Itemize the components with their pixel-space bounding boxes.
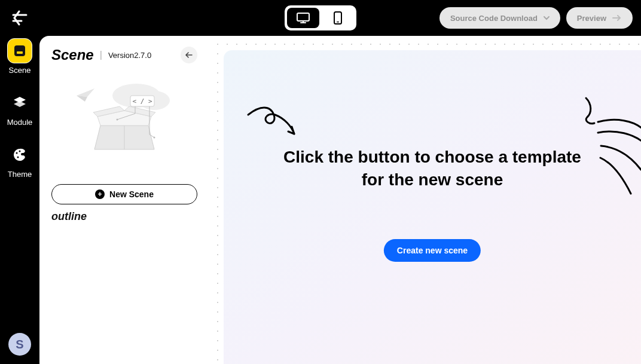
arrow-left-icon	[185, 52, 193, 58]
side-panel: Scene | Version2.7.0	[39, 36, 209, 364]
doodle-arrow-icon	[245, 104, 305, 148]
hero-line-2: for the new scene	[260, 169, 605, 191]
device-switcher	[285, 5, 356, 30]
preview-label: Preview	[577, 14, 606, 23]
arrow-right-icon	[612, 15, 622, 21]
svg-point-9	[19, 151, 21, 152]
mobile-icon	[334, 11, 342, 25]
desktop-icon	[296, 12, 310, 24]
empty-illustration: < / >	[51, 78, 197, 167]
rail-item-theme[interactable]: Theme	[0, 142, 39, 179]
topbar-actions: Source Code Download Preview	[439, 7, 633, 29]
source-code-download-label: Source Code Download	[450, 14, 538, 23]
canvas-wrap: Click the button to choose a template fo…	[209, 36, 641, 364]
svg-marker-21	[77, 88, 94, 97]
topbar: Source Code Download Preview	[0, 0, 641, 36]
svg-rect-4	[17, 51, 23, 54]
svg-point-7	[16, 152, 18, 154]
svg-text:< / >: < / >	[132, 97, 152, 105]
create-new-scene-button[interactable]: Create new scene	[384, 239, 481, 262]
rail-label-scene: Scene	[9, 66, 31, 75]
logo-icon	[11, 10, 29, 26]
rail-item-module[interactable]: Module	[0, 90, 39, 127]
hero-line-1: Click the button to choose a template	[260, 146, 605, 169]
side-panel-title: Scene	[51, 47, 94, 63]
theme-icon	[7, 142, 32, 167]
app-logo[interactable]	[11, 10, 29, 26]
svg-marker-6	[14, 101, 26, 107]
new-scene-label: New Scene	[109, 189, 154, 199]
collapse-panel-button[interactable]	[181, 47, 197, 63]
plus-icon: +	[95, 189, 105, 199]
preview-button[interactable]: Preview	[566, 7, 633, 29]
scene-icon	[7, 38, 32, 63]
profile-avatar[interactable]: S	[8, 333, 31, 356]
new-scene-button[interactable]: + New Scene	[51, 184, 197, 204]
svg-rect-0	[297, 13, 309, 21]
svg-point-20	[154, 137, 155, 139]
device-mobile-button[interactable]	[322, 8, 354, 28]
rail-label-module: Module	[7, 118, 33, 127]
svg-point-8	[17, 157, 19, 158]
app-root: Source Code Download Preview Scen	[0, 0, 641, 364]
svg-point-19	[117, 119, 118, 121]
module-icon	[7, 90, 32, 115]
version-label: Version2.7.0	[108, 51, 151, 60]
outline-heading: outline	[51, 210, 197, 223]
device-desktop-button[interactable]	[287, 8, 319, 28]
chevron-down-icon	[544, 16, 550, 20]
rail-item-scene[interactable]: Scene	[0, 38, 39, 75]
hero-text: Click the button to choose a template fo…	[224, 146, 641, 191]
separator: |	[100, 50, 102, 60]
rail-label-theme: Theme	[8, 170, 32, 179]
svg-rect-3	[14, 45, 25, 56]
source-code-download-button[interactable]: Source Code Download	[439, 7, 560, 29]
svg-rect-2	[337, 22, 339, 23]
side-panel-header: Scene | Version2.7.0	[51, 47, 197, 63]
left-rail: Scene Module	[0, 36, 39, 364]
avatar-letter: S	[16, 338, 23, 351]
canvas: Click the button to choose a template fo…	[224, 50, 641, 364]
